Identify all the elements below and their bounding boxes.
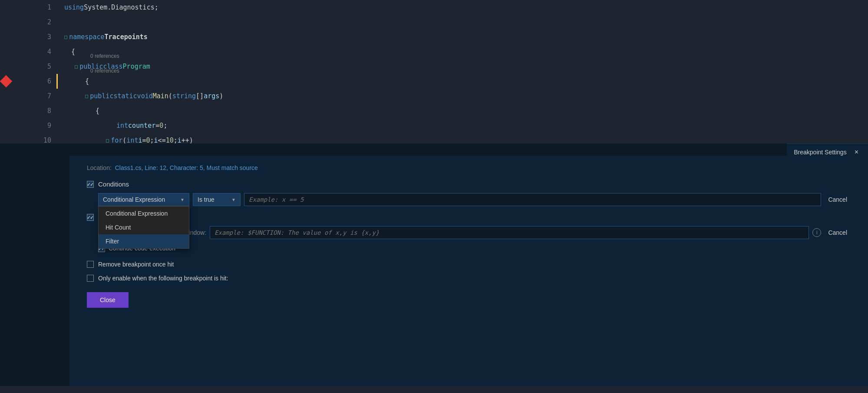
only-enable-label: Only enable when the following breakpoin…	[98, 275, 228, 282]
code-line-8: {	[64, 103, 868, 118]
collapse-10-icon[interactable]: □	[106, 137, 109, 143]
actions-row: ✓ Actions	[87, 213, 851, 221]
code-line-6: 0 references {	[64, 74, 868, 89]
bp-settings-title-text: Breakpoint Settings	[794, 149, 846, 156]
condition-operator-dropdown[interactable]: Is true ▼	[193, 193, 241, 206]
close-panel-button[interactable]: Close	[87, 292, 129, 308]
condition-operator-selected: Is true	[198, 196, 215, 203]
condition-menu-item-conditional[interactable]: Conditional Expression	[99, 206, 189, 220]
collapse-7-icon[interactable]: □	[85, 93, 88, 99]
condition-type-arrow: ▼	[180, 197, 185, 202]
conditions-label: Conditions	[98, 180, 129, 188]
actions-checkbox[interactable]: ✓	[87, 214, 94, 221]
condition-controls: Conditional Expression ▼ Conditional Exp…	[98, 193, 851, 206]
line-num-7: 7	[0, 89, 56, 103]
breakpoint-settings-titlebar: Breakpoint Settings ×	[787, 143, 868, 160]
continue-execution-row: ✓ Continue code execution	[98, 244, 851, 252]
editor-scrollbar[interactable]	[0, 386, 868, 393]
breakpoint-settings-panel: Location: Class1.cs, Line: 12, Character…	[69, 156, 868, 393]
code-line-5: 0 references □ public class Program	[64, 59, 868, 74]
code-line-3: □ namespace Tracepoints	[64, 30, 868, 44]
code-line-2	[64, 15, 868, 30]
code-line-9: int counter = 0 ;	[64, 118, 868, 133]
bp-settings-close-button[interactable]: ×	[852, 147, 861, 157]
code-line-4: {	[64, 44, 868, 59]
condition-cancel-link[interactable]: Cancel	[825, 193, 851, 206]
line-num-6: 6	[0, 74, 56, 89]
line-num-5: 5	[0, 59, 56, 74]
condition-menu-item-hitcount[interactable]: Hit Count	[99, 220, 189, 234]
condition-menu-item-filter[interactable]: Filter	[99, 234, 189, 248]
remove-breakpoint-checkbox[interactable]	[87, 261, 94, 268]
condition-type-dropdown[interactable]: Conditional Expression ▼	[98, 193, 189, 206]
editor-area: 1 2 3 4 5 6 7 8 9	[0, 0, 868, 143]
line-num-2: 2	[0, 15, 56, 30]
location-value: Class1.cs, Line: 12, Character: 5, Must …	[115, 164, 258, 171]
collapse-3-icon[interactable]: □	[64, 34, 67, 40]
condition-type-dropdown-container: Conditional Expression ▼ Conditional Exp…	[98, 193, 189, 206]
action-controls: Show a message in the Output Window: i C…	[98, 226, 851, 239]
location-row: Location: Class1.cs, Line: 12, Character…	[87, 164, 851, 171]
remove-breakpoint-row: Remove breakpoint once hit	[87, 261, 851, 268]
code-line-1: using System.Diagnostics;	[64, 0, 868, 15]
line-num-4: 4	[0, 44, 56, 59]
action-info-icon[interactable]: i	[812, 228, 821, 237]
conditions-row: ✓ Conditions	[87, 180, 851, 188]
line-num-9: 9	[0, 118, 56, 133]
code-content: using System.Diagnostics; □ namespace Tr…	[64, 0, 868, 143]
line-numbers-gutter: 1 2 3 4 5 6 7 8 9	[0, 0, 56, 143]
collapse-5-icon[interactable]: □	[75, 63, 78, 70]
code-line-7: □ public static void Main ( string [] ar…	[64, 89, 868, 103]
active-line-indicator	[56, 74, 58, 89]
action-cancel-link[interactable]: Cancel	[825, 226, 851, 239]
remove-breakpoint-label: Remove breakpoint once hit	[98, 261, 174, 268]
location-label: Location:	[87, 164, 112, 171]
breakpoint-icon[interactable]	[0, 75, 12, 87]
only-enable-checkbox[interactable]	[87, 275, 94, 282]
condition-expression-input[interactable]	[244, 193, 821, 206]
conditions-checkbox[interactable]: ✓	[87, 181, 94, 188]
action-message-input[interactable]	[210, 226, 809, 239]
condition-type-selected: Conditional Expression	[103, 196, 165, 203]
line-num-1: 1	[0, 0, 56, 15]
only-enable-row: Only enable when the following breakpoin…	[87, 275, 851, 282]
condition-operator-arrow: ▼	[231, 197, 236, 202]
line-num-3: 3	[0, 30, 56, 44]
condition-type-menu: Conditional Expression Hit Count Filter	[98, 206, 189, 249]
line-num-8: 8	[0, 103, 56, 118]
